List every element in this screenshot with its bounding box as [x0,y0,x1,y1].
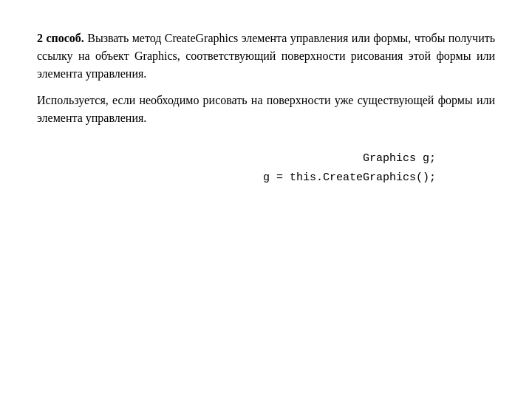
paragraph-2-text: Используется, если необходимо рисовать н… [37,94,495,124]
paragraph-1-text: Вызвать метод CreateGraphics элемента уп… [37,32,495,80]
paragraph-1-label: 2 способ. [37,32,84,44]
code-block: Graphics g; g = this.CreateGraphics(); [37,149,495,187]
page-container: 2 способ. Вызвать метод CreateGraphics э… [0,0,532,399]
code-line-1: Graphics g; [37,149,436,168]
paragraph-2: Используется, если необходимо рисовать н… [37,92,495,127]
code-line-2: g = this.CreateGraphics(); [37,168,436,188]
paragraph-1: 2 способ. Вызвать метод CreateGraphics э… [37,30,495,83]
